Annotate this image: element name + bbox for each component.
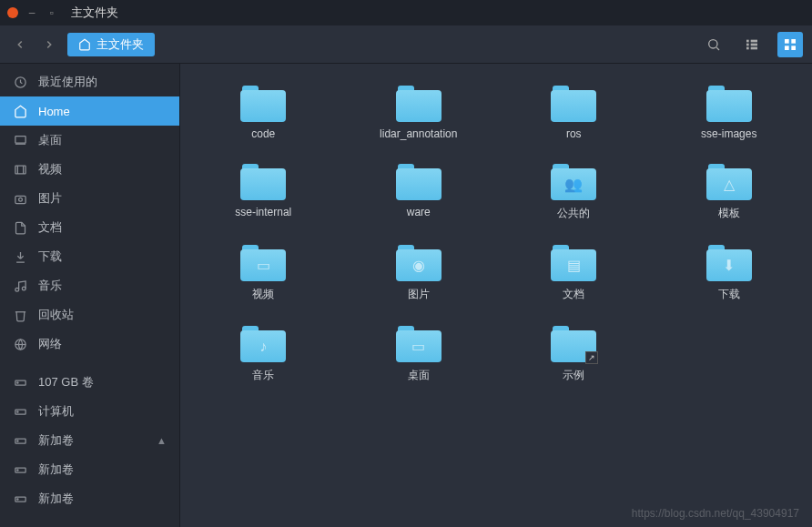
folder-icon: ♪ xyxy=(240,326,286,362)
sidebar-item-label: 新加卷 xyxy=(38,432,74,449)
minimize-button[interactable]: – xyxy=(25,6,38,19)
svg-point-20 xyxy=(15,288,18,291)
sidebar-item-network[interactable]: 网络 xyxy=(0,329,179,359)
folder-item[interactable]: ▤文档 xyxy=(500,241,648,306)
sidebar-item-home[interactable]: Home xyxy=(0,96,179,126)
folder-item[interactable]: sse-internal xyxy=(189,160,338,225)
folder-item[interactable]: ◉图片 xyxy=(345,241,493,306)
folder-item[interactable]: △模板 xyxy=(655,160,804,225)
watermark: https://blog.csdn.net/qq_43904917 xyxy=(632,507,799,520)
svg-rect-3 xyxy=(751,39,757,42)
svg-point-33 xyxy=(16,498,17,499)
sidebar-item-download[interactable]: 下载 xyxy=(0,242,179,271)
svg-point-29 xyxy=(16,440,17,441)
folder-icon: ◉ xyxy=(396,245,442,281)
list-view-button[interactable] xyxy=(739,32,765,57)
home-icon xyxy=(78,38,91,51)
folder-label: 文档 xyxy=(563,287,584,302)
sidebar-item-label: 107 GB 卷 xyxy=(38,374,94,390)
sidebar-item-trash[interactable]: 回收站 xyxy=(0,300,179,329)
folder-item[interactable]: sse-images xyxy=(655,82,804,144)
svg-point-19 xyxy=(18,198,22,201)
sidebar-item-video[interactable]: 视频 xyxy=(0,155,179,184)
folder-icon xyxy=(396,164,442,200)
folder-label: lidar_annotation xyxy=(380,127,457,140)
svg-rect-15 xyxy=(15,166,25,174)
svg-point-27 xyxy=(16,410,17,411)
sidebar-item-music[interactable]: 音乐 xyxy=(0,271,179,300)
sidebar-item-clock[interactable]: 最近使用的 xyxy=(0,67,179,96)
path-label: 主文件夹 xyxy=(96,36,144,53)
sidebar-item-disk[interactable]: 新加卷▲ xyxy=(0,426,179,455)
desktop-icon xyxy=(13,134,27,147)
close-button[interactable] xyxy=(7,7,18,18)
folder-item[interactable]: ⬇下载 xyxy=(655,241,804,306)
folder-item[interactable]: ♪音乐 xyxy=(189,322,338,387)
svg-rect-10 xyxy=(785,46,789,50)
folder-view[interactable]: codelidar_annotationrossse-imagessse-int… xyxy=(180,64,812,527)
download-icon xyxy=(13,250,27,264)
sidebar-item-label: 新加卷 xyxy=(38,461,74,478)
svg-rect-13 xyxy=(15,136,25,143)
folder-icon xyxy=(396,86,442,122)
svg-rect-2 xyxy=(746,39,749,42)
sidebar-item-label: 下载 xyxy=(38,248,62,265)
sidebar-item-camera[interactable]: 图片 xyxy=(0,184,179,213)
home-icon xyxy=(13,105,27,118)
back-button[interactable] xyxy=(9,34,31,56)
folder-item[interactable]: code xyxy=(189,82,338,144)
folder-label: sse-internal xyxy=(235,206,291,218)
grid-view-button[interactable] xyxy=(777,32,803,57)
sidebar-item-label: 网络 xyxy=(38,336,62,352)
folder-icon xyxy=(240,86,286,122)
svg-point-0 xyxy=(709,39,717,47)
folder-icon xyxy=(240,164,286,200)
folder-item[interactable]: ware xyxy=(345,160,493,225)
shortcut-badge: ↗ xyxy=(585,351,598,364)
folder-icon: △ xyxy=(706,164,752,200)
svg-line-1 xyxy=(716,47,719,50)
camera-icon xyxy=(13,192,27,206)
music-icon xyxy=(13,279,27,293)
svg-rect-18 xyxy=(15,196,25,203)
sidebar-item-disk[interactable]: 新加卷 xyxy=(0,455,179,484)
folder-icon: ↗ xyxy=(551,326,596,362)
sidebar-item-document[interactable]: 文档 xyxy=(0,213,179,242)
sidebar-item-label: 视频 xyxy=(38,161,62,177)
disk-icon xyxy=(13,405,27,419)
folder-item[interactable]: ▭视频 xyxy=(189,241,338,306)
svg-rect-11 xyxy=(791,46,796,50)
sidebar-item-disk[interactable]: 新加卷 xyxy=(0,484,179,513)
svg-rect-6 xyxy=(746,46,749,49)
trash-icon xyxy=(13,309,27,322)
folder-icon: ▤ xyxy=(551,245,596,281)
folder-item[interactable]: ▭桌面 xyxy=(345,322,493,387)
folder-item[interactable]: 👥公共的 xyxy=(500,160,648,225)
sidebar-item-desktop[interactable]: 桌面 xyxy=(0,126,179,155)
toolbar: 主文件夹 xyxy=(0,25,812,64)
folder-icon: ▭ xyxy=(240,245,286,281)
sidebar-item-disk[interactable]: 107 GB 卷 xyxy=(0,368,179,397)
folder-item[interactable]: lidar_annotation xyxy=(345,82,493,144)
folder-label: 音乐 xyxy=(252,368,274,383)
folder-label: 下载 xyxy=(718,287,740,302)
path-home-chip[interactable]: 主文件夹 xyxy=(67,33,155,56)
eject-icon[interactable]: ▲ xyxy=(157,435,167,446)
search-button[interactable] xyxy=(701,32,726,57)
folder-label: sse-images xyxy=(701,127,756,140)
maximize-button[interactable]: ▫ xyxy=(46,6,58,19)
video-icon xyxy=(13,163,27,177)
folder-label: ware xyxy=(407,206,431,218)
folder-item[interactable]: ↗示例 xyxy=(500,322,648,387)
window-title: 主文件夹 xyxy=(71,5,118,21)
sidebar-item-label: 最近使用的 xyxy=(38,74,97,90)
forward-button[interactable] xyxy=(38,34,60,56)
sidebar-item-disk[interactable]: 计算机 xyxy=(0,397,179,426)
svg-rect-9 xyxy=(791,39,796,44)
svg-rect-5 xyxy=(751,43,757,46)
folder-label: ros xyxy=(566,127,582,140)
clock-icon xyxy=(13,76,27,89)
folder-item[interactable]: ros xyxy=(500,82,648,144)
sidebar-item-label: 计算机 xyxy=(38,403,74,420)
folder-label: 模板 xyxy=(718,206,740,221)
